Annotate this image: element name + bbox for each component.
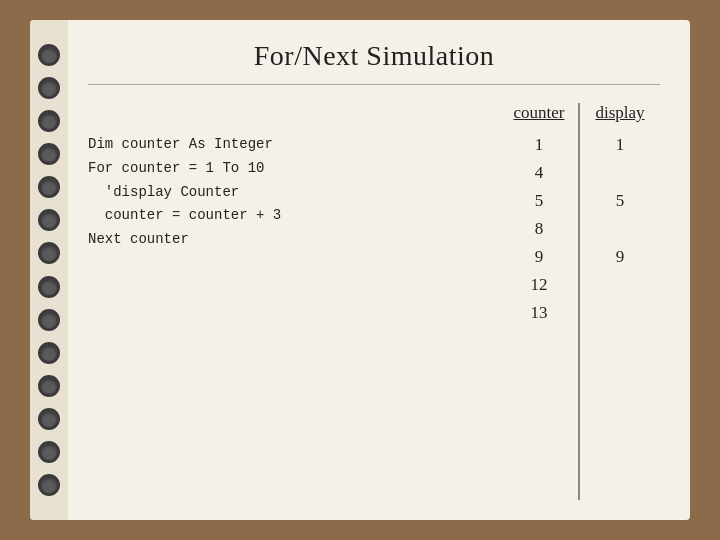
spiral-ring: [38, 209, 60, 231]
counter-values: 145891213: [531, 131, 548, 327]
display-value: 9: [616, 243, 625, 271]
display-value: [618, 271, 622, 299]
display-value: [618, 299, 622, 327]
notebook: For/Next Simulation Dim counter As Integ…: [30, 20, 690, 520]
spiral-ring: [38, 77, 60, 99]
page-content: For/Next Simulation Dim counter As Integ…: [68, 20, 690, 520]
spiral-ring: [38, 110, 60, 132]
display-column: display 1 5 9: [580, 103, 660, 500]
spiral-ring: [38, 276, 60, 298]
code-section: Dim counter As Integer For counter = 1 T…: [88, 103, 500, 500]
code-line-4: 'display Counter: [88, 181, 490, 205]
counter-value: 4: [535, 159, 544, 187]
content-area: Dim counter As Integer For counter = 1 T…: [88, 103, 660, 500]
spiral-ring: [38, 309, 60, 331]
display-value: [618, 159, 622, 187]
spiral-binding: [30, 20, 68, 520]
counter-value: 12: [531, 271, 548, 299]
spiral-ring: [38, 342, 60, 364]
counter-value: 8: [535, 215, 544, 243]
table-section: counter 145891213 display 1 5 9: [500, 103, 660, 500]
counter-header: counter: [514, 103, 565, 123]
display-value: 1: [616, 131, 625, 159]
code-line-5: counter = counter + 3: [88, 204, 490, 228]
spiral-ring: [38, 143, 60, 165]
spiral-ring: [38, 242, 60, 264]
display-header: display: [595, 103, 644, 123]
counter-value: 13: [531, 299, 548, 327]
spiral-ring: [38, 441, 60, 463]
display-value: [618, 215, 622, 243]
counter-value: 1: [535, 131, 544, 159]
display-values: 1 5 9: [616, 131, 625, 327]
code-line-6: Next counter: [88, 228, 490, 252]
spiral-ring: [38, 474, 60, 496]
counter-value: 5: [535, 187, 544, 215]
code-line-3: For counter = 1 To 10: [88, 157, 490, 181]
counter-column: counter 145891213: [500, 103, 580, 500]
display-value: 5: [616, 187, 625, 215]
spiral-ring: [38, 375, 60, 397]
spiral-ring: [38, 408, 60, 430]
title-divider: [88, 84, 660, 85]
spiral-ring: [38, 176, 60, 198]
counter-value: 9: [535, 243, 544, 271]
page-title: For/Next Simulation: [88, 40, 660, 72]
code-line-1: Dim counter As Integer: [88, 133, 490, 157]
spiral-ring: [38, 44, 60, 66]
